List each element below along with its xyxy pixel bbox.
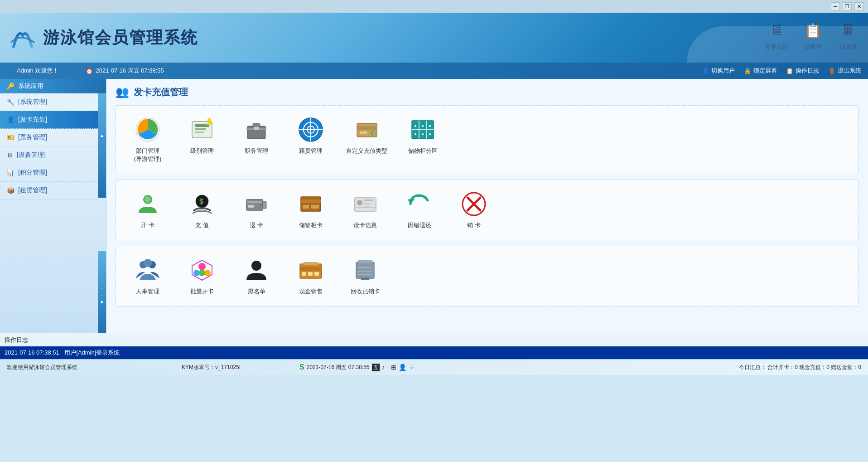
sidebar-header: 🔑 系统应用 [0, 79, 106, 93]
status-datetime: S 2021-07-16 周五 07:38:55 五 ♪ · ⊞ 👤 ⁘ [299, 363, 414, 371]
minimize-button[interactable]: ─ [831, 2, 840, 10]
rental-mgmt-icon: 📦 [7, 187, 14, 194]
svg-rect-8 [253, 123, 260, 127]
locker-zone-icon [409, 116, 436, 143]
error-refund-item[interactable]: 因错退还 [397, 187, 442, 233]
sidebar-scroll-up[interactable]: ▲ · · · [98, 93, 106, 198]
menu-actions: 👤 切换用户 🔒 锁定屏幕 📋 操作日志 🚪 退出系统 [702, 67, 861, 75]
op-log-button[interactable]: 📋 操作日志 [786, 67, 819, 75]
dept-mgmt-item[interactable]: 部门管理(导游管理) [125, 112, 170, 167]
sidebar-header-label: 系统应用 [18, 82, 43, 90]
close-button[interactable]: ✕ [854, 2, 863, 10]
hr-mgmt-item[interactable]: 人事管理 [125, 253, 170, 299]
charge-label: 充 值 [195, 221, 209, 229]
op-log-bar: 操作日志 [0, 333, 868, 346]
locker-card-item[interactable]: 储物柜卡 [288, 187, 333, 233]
svg-point-61 [199, 270, 205, 276]
notes-label: 记事本 [804, 43, 822, 51]
scroll-up-arrow: ▲ [100, 133, 104, 138]
content-header-icon: 👥 [116, 86, 129, 98]
notes-button[interactable]: 📋 记事本 [802, 19, 824, 51]
cancel-card-item[interactable]: 销 卡 [451, 187, 497, 233]
sidebar-item-system-mgmt[interactable]: 🔧 [系统管理] [0, 93, 98, 111]
about-button[interactable]: 🖥 关于我们 [765, 19, 788, 51]
lock-screen-button[interactable]: 🔒 锁定屏幕 [744, 67, 777, 75]
batch-open-label: 批量开卡 [190, 287, 214, 296]
sidebar-item-device-mgmt[interactable]: 🖥 [设备管理] [0, 146, 98, 164]
open-card-item[interactable]: 开 卡 [125, 187, 170, 233]
recycle-card-label: 回收已销卡 [351, 287, 380, 296]
sidebar-item-rental-mgmt[interactable]: 📦 [租赁管理] [0, 182, 98, 199]
custom-charge-item[interactable]: ✓ 自定义充值类型 [342, 112, 391, 167]
return-card-label: 退 卡 [250, 221, 263, 229]
job-mgmt-icon [243, 116, 270, 143]
sidebar-item-card-charge[interactable]: 👤 [发卡充值] [0, 111, 98, 129]
svg-point-45 [357, 200, 362, 205]
logout-button[interactable]: 🚪 退出系统 [828, 67, 861, 75]
status-icons: 五 ♪ · ⊞ 👤 ⁘ [372, 364, 415, 371]
status-icon-user: 👤 [399, 364, 406, 371]
section-2: 开 卡 $ 充 值 [116, 180, 859, 240]
sidebar-scroll-down[interactable]: · · · ▼ [98, 251, 106, 333]
switch-user-label: 切换用户 [711, 67, 735, 75]
sidebar-item-points-mgmt[interactable]: 📊 [积分管理] [0, 164, 98, 182]
recycle-card-item[interactable]: 回收已销卡 [342, 253, 388, 299]
read-card-icon [352, 190, 379, 218]
logout-icon: 🚪 [828, 68, 835, 74]
system-mgmt-icon: 🔧 [7, 98, 14, 106]
batch-open-item[interactable]: 批量开卡 [179, 253, 225, 299]
content-header: 👥 发卡充值管理 [116, 86, 859, 98]
svg-point-27 [429, 125, 431, 127]
hr-mgmt-label: 人事管理 [136, 287, 159, 296]
svg-point-29 [422, 133, 424, 135]
svg-rect-10 [254, 127, 259, 130]
svg-rect-4 [195, 131, 204, 133]
cash-sale-label: 现金销售 [299, 287, 323, 296]
logo-area: 游泳馆会员管理系统 [9, 24, 198, 51]
scroll-dot-3: · [101, 153, 103, 158]
return-card-item[interactable]: 退 卡 [234, 187, 279, 233]
membership-mgmt-item[interactable]: 藉贯管理 [288, 112, 333, 167]
scroll-down-dot-2: · [101, 286, 103, 291]
logout-label: 退出系统 [838, 67, 861, 75]
svg-point-25 [415, 125, 416, 127]
svg-rect-37 [248, 205, 254, 208]
svg-rect-41 [301, 199, 321, 203]
svg-point-62 [251, 261, 261, 271]
job-mgmt-item[interactable]: 职务管理 [234, 112, 279, 167]
read-card-item[interactable]: 读卡信息 [342, 187, 388, 233]
op-log-entry: 2021-07-16 07:38:51 - 用户[Admin]登录系统 [5, 349, 120, 357]
lock-icon: 🔒 [744, 68, 751, 74]
svg-rect-18 [360, 131, 367, 134]
cash-sale-icon [297, 257, 324, 284]
blacklist-item[interactable]: 黑名单 [234, 253, 279, 299]
svg-rect-68 [304, 262, 318, 265]
locker-card-label: 储物柜卡 [299, 221, 323, 229]
maximize-button[interactable]: ❐ [843, 2, 852, 10]
cancel-card-icon [460, 190, 487, 218]
cash-sale-item[interactable]: 现金销售 [288, 253, 333, 299]
dept-mgmt-label: 部门管理(导游管理) [134, 147, 162, 163]
svg-point-58 [198, 263, 206, 270]
svg-text:$: $ [199, 198, 203, 205]
sidebar-item-ticket-mgmt[interactable]: 🎫 [票务管理] [0, 129, 98, 146]
level-mgmt-icon [188, 116, 216, 143]
batch-open-icon [188, 257, 216, 284]
status-bar: 欢迎使用游泳馆会员管理系统 KYM版本号：v_171025I S 2021-07… [0, 359, 868, 375]
charge-item[interactable]: $ 充 值 [179, 187, 225, 233]
custom-charge-icon: ✓ [353, 116, 381, 143]
device-mgmt-label: [设备管理] [17, 151, 46, 159]
status-green-s: S [299, 363, 304, 371]
switch-user-button[interactable]: 👤 切换用户 [702, 67, 735, 75]
op-log-label: 操作日志 [796, 67, 819, 75]
svg-point-6 [207, 118, 211, 122]
svg-rect-42 [303, 205, 309, 209]
main-layout: 🔑 系统应用 ▲ · · · 🔧 [系统管理] 👤 [发卡充值] 🎫 [票务管理… [0, 79, 868, 333]
svg-point-59 [193, 270, 200, 276]
top-tools: 🖥 关于我们 📋 记事本 🖩 计算器 [765, 19, 859, 51]
user-info: 👤 Admin 欢迎您！ [7, 67, 58, 75]
calculator-button[interactable]: 🖩 计算器 [837, 19, 859, 51]
status-summary: 今日汇总： 合计开卡：0 现金充值：0 赠送金额：0 [739, 364, 861, 371]
level-mgmt-item[interactable]: 级别管理 [179, 112, 225, 167]
locker-zone-item[interactable]: 储物柜分区 [400, 112, 445, 167]
